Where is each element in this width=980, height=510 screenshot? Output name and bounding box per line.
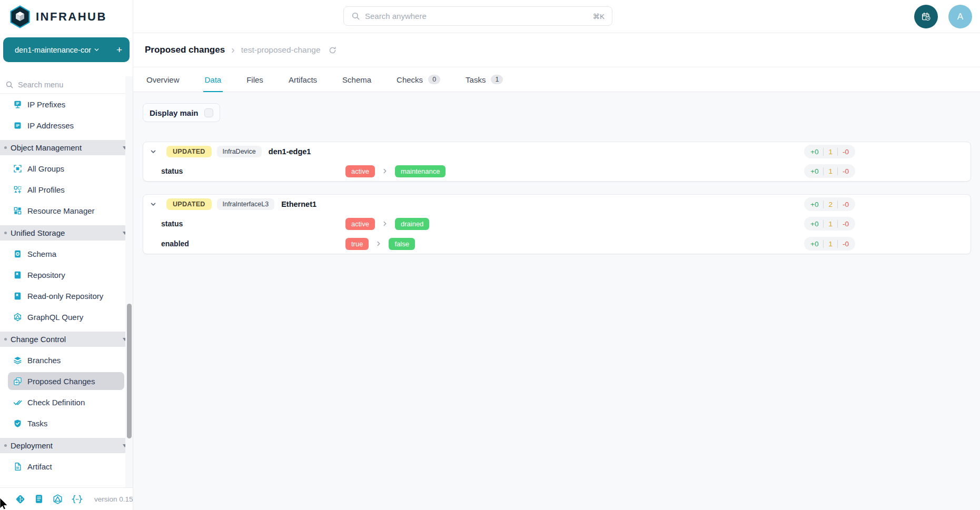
global-search-input[interactable]	[365, 12, 588, 21]
search-icon	[5, 81, 14, 89]
graphql-icon[interactable]	[52, 494, 63, 505]
tab-files[interactable]: Files	[245, 67, 265, 92]
updated-count: 1	[823, 148, 838, 156]
version-label: version 0.15.3	[94, 495, 139, 503]
refresh-icon[interactable]	[328, 46, 337, 55]
removed-count: -0	[843, 240, 849, 248]
chevron-down-icon[interactable]	[149, 200, 157, 208]
chevron-right-icon	[375, 240, 382, 247]
infrahub-logo-icon	[9, 5, 31, 28]
section-bullet-icon	[4, 338, 7, 341]
schedule-button[interactable]	[914, 5, 938, 28]
sidebar-search[interactable]	[0, 76, 133, 94]
logo-row: INFRAHUB	[0, 0, 133, 33]
chevron-down-icon[interactable]	[149, 147, 157, 156]
docs-icon[interactable]	[34, 494, 44, 504]
sidebar-item-all-profiles[interactable]: All Profiles	[0, 179, 133, 200]
keyboard-shortcut: ⌘K	[592, 12, 605, 21]
diff-counter: +0 1 -0	[804, 237, 855, 251]
chevron-right-icon	[381, 220, 389, 227]
tab-data[interactable]: Data	[203, 67, 223, 92]
svg-text:IP: IP	[16, 124, 19, 127]
sidebar-section-unified-storage[interactable]: Unified Storage	[0, 225, 133, 241]
readonly-repository-icon	[13, 292, 22, 301]
diff-content: Display main UPDATED InfraDevice den1-ed…	[133, 92, 980, 510]
avatar-initial: A	[957, 12, 963, 22]
sidebar-item-resource-manager[interactable]: Resource Manager	[0, 200, 133, 221]
code-braces-icon[interactable]	[71, 494, 83, 505]
tab-bar: Overview Data Files Artifacts Schema Che…	[133, 67, 980, 92]
sidebar-scrollbar-thumb[interactable]	[127, 304, 132, 438]
sidebar-item-ip-prefixes[interactable]: IP IP Prefixes	[0, 94, 133, 115]
sidebar-item-branches[interactable]: Branches	[0, 349, 133, 371]
sidebar-item-ip-addresses[interactable]: IP IP Addresses	[0, 115, 133, 136]
tab-tasks[interactable]: Tasks 1	[464, 67, 504, 92]
ip-addresses-icon: IP	[13, 121, 22, 130]
diff-row-status: status active maintenance +0 1 -0	[143, 161, 971, 181]
tasks-icon	[13, 419, 22, 428]
old-value-pill: true	[345, 238, 369, 250]
git-icon[interactable]	[15, 494, 26, 505]
sidebar-item-tasks[interactable]: Tasks	[0, 413, 133, 434]
sidebar-item-schema[interactable]: Schema	[0, 243, 133, 264]
sidebar-item-check-definition[interactable]: Check Definition	[0, 392, 133, 413]
sidebar-item-label: Branches	[27, 356, 61, 365]
display-main-toggle[interactable]: Display main	[143, 103, 220, 122]
section-bullet-icon	[4, 146, 7, 149]
tab-overview[interactable]: Overview	[145, 67, 181, 92]
tab-schema[interactable]: Schema	[341, 67, 373, 92]
old-value-pill: active	[345, 165, 375, 177]
new-value-pill: drained	[395, 218, 429, 230]
kind-badge: InfraInterfaceL3	[217, 198, 275, 210]
breadcrumb-title[interactable]: Proposed changes	[145, 45, 225, 55]
display-main-checkbox[interactable]	[204, 108, 213, 117]
sidebar-footer: version 0.15.3	[0, 487, 133, 510]
tab-artifacts[interactable]: Artifacts	[287, 67, 319, 92]
sidebar-item-label: Resource Manager	[27, 206, 95, 215]
branch-name: den1-maintenance-cor	[15, 46, 91, 54]
tab-label: Files	[246, 75, 263, 84]
sidebar-item-proposed-changes[interactable]: Proposed Changes	[8, 372, 124, 390]
added-count: +0	[810, 167, 818, 175]
sidebar-item-readonly-repository[interactable]: Read-only Repository	[0, 285, 133, 306]
sidebar-search-input[interactable]	[18, 81, 127, 89]
global-search[interactable]: ⌘K	[343, 6, 612, 26]
section-label: Change Control	[11, 335, 66, 344]
resource-manager-icon	[13, 206, 22, 215]
sidebar-item-artifact[interactable]: Artifact	[0, 456, 133, 477]
search-icon	[351, 12, 360, 21]
proposed-changes-icon	[13, 377, 22, 386]
tab-label: Artifacts	[289, 75, 317, 84]
kind-badge: InfraDevice	[217, 146, 262, 157]
updated-count: 1	[823, 167, 838, 175]
section-label: Deployment	[11, 441, 53, 450]
branch-selector[interactable]: den1-maintenance-cor +	[3, 37, 130, 62]
removed-count: -0	[843, 220, 849, 228]
topbar: ⌘K A	[133, 0, 980, 33]
tab-label: Data	[205, 75, 222, 84]
new-value-pill: false	[389, 238, 414, 250]
sidebar-item-label: Artifact	[27, 462, 52, 471]
sidebar-section-object-management[interactable]: Object Management	[0, 140, 133, 155]
diff-counter: +0 2 -0	[804, 197, 855, 211]
sidebar-item-graphql-query[interactable]: GraphQL Query	[0, 306, 133, 327]
svg-text:IP: IP	[16, 101, 19, 105]
sidebar-section-change-control[interactable]: Change Control	[0, 332, 133, 347]
diff-row-status: status active drained +0 1 -0	[143, 214, 971, 234]
checks-count-badge: 0	[428, 75, 440, 84]
sidebar-section-deployment[interactable]: Deployment	[0, 438, 133, 453]
section-bullet-icon	[4, 232, 7, 234]
tab-checks[interactable]: Checks 0	[395, 67, 442, 92]
diff-values: true false	[345, 238, 415, 250]
diff-card-den1-edge1: UPDATED InfraDevice den1-edge1 +0 1 -0 s…	[143, 142, 971, 182]
add-branch-button[interactable]: +	[116, 45, 122, 55]
app-window: INFRAHUB den1-maintenance-cor + IP	[0, 0, 980, 510]
attribute-name: status	[143, 219, 345, 228]
avatar[interactable]: A	[948, 5, 972, 28]
sidebar-item-label: Repository	[27, 271, 65, 279]
sidebar-item-repository[interactable]: Repository	[0, 264, 133, 285]
diff-card-ethernet1: UPDATED InfraInterfaceL3 Ethernet1 +0 2 …	[143, 194, 971, 254]
status-badge: UPDATED	[166, 198, 212, 210]
sidebar-item-all-groups[interactable]: All Groups	[0, 158, 133, 179]
new-value-pill: maintenance	[395, 165, 446, 177]
